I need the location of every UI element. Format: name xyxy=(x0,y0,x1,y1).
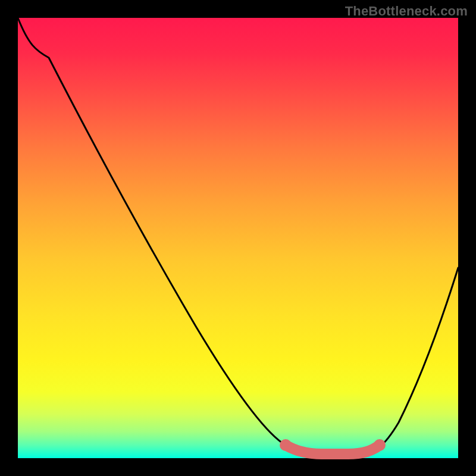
watermark-text: TheBottleneck.com xyxy=(345,4,468,19)
bottleneck-curve xyxy=(18,18,458,454)
bottleneck-curve-svg xyxy=(18,18,458,458)
optimal-range-end-dot xyxy=(374,439,386,451)
optimal-range-start-dot xyxy=(280,439,292,451)
chart-plot-area xyxy=(18,18,458,458)
optimal-range-highlight xyxy=(286,445,380,454)
